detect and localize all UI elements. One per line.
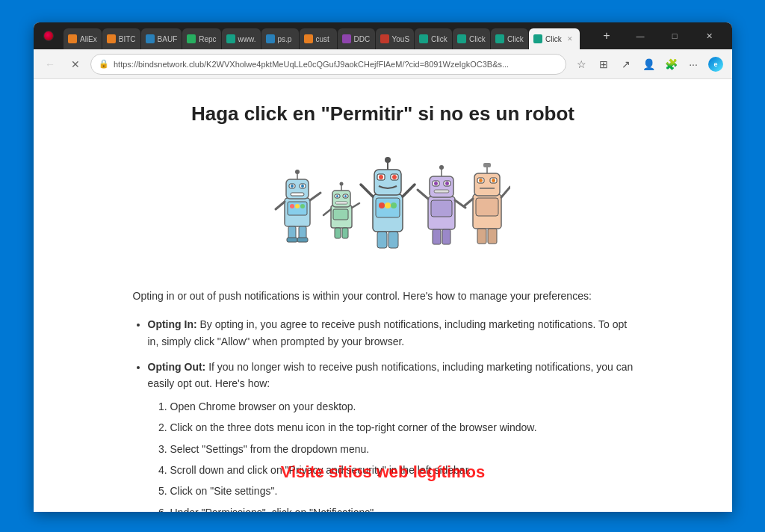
svg-rect-20 — [332, 191, 350, 207]
step-2: Click on the three dots menu icon in the… — [170, 419, 634, 436]
tab-label-t1: AliEx — [80, 35, 97, 43]
svg-rect-71 — [476, 198, 498, 216]
tab-label-t11: Click — [469, 35, 486, 43]
tab-favicon-t12 — [495, 34, 504, 43]
tab-label-t2: BITC — [119, 35, 136, 43]
tab-favicon-t8 — [342, 34, 351, 43]
title-bar: AliEx BITC BAUF Repc www. ps.p — [34, 22, 732, 49]
tab-t4[interactable]: Repc — [182, 28, 220, 49]
tab-label-t7: cust — [316, 35, 329, 43]
more-icon[interactable]: ··· — [683, 54, 704, 75]
tab-t13[interactable]: Click ✕ — [529, 28, 580, 49]
bullet-1-label: Opting In: — [148, 318, 197, 330]
close-button[interactable]: ✕ — [692, 22, 726, 49]
tab-label-t10: Click — [431, 35, 447, 43]
tab-t7[interactable]: cust — [300, 28, 337, 49]
maximize-button[interactable]: □ — [657, 22, 692, 49]
tab-favicon-t10 — [419, 34, 428, 43]
svg-rect-28 — [333, 209, 348, 220]
svg-point-44 — [391, 202, 397, 208]
svg-rect-15 — [287, 238, 297, 242]
step-1: Open Chrome browser on your desktop. — [170, 398, 634, 415]
svg-point-10 — [290, 204, 294, 208]
tab-favicon-t3 — [146, 34, 155, 43]
svg-point-43 — [385, 202, 391, 208]
tab-t10[interactable]: Click — [415, 28, 452, 49]
svg-rect-59 — [433, 229, 441, 244]
svg-point-25 — [336, 195, 338, 197]
tab-t6[interactable]: ps.p — [261, 28, 299, 49]
star-icon[interactable]: ☆ — [571, 54, 592, 75]
svg-rect-72 — [477, 229, 486, 244]
bullet-1-text: By opting in, you agree to receive push … — [148, 318, 628, 347]
svg-line-18 — [276, 202, 285, 209]
svg-point-22 — [339, 182, 343, 185]
url-bar[interactable]: 🔒 https://bindsnetwork.club/K2WVXholwe4p… — [90, 54, 566, 75]
bullet-item-2: Opting Out: If you no longer wish to rec… — [148, 359, 634, 512]
svg-line-62 — [418, 190, 428, 199]
share-icon[interactable]: ↗ — [616, 54, 637, 75]
refresh-button[interactable]: ✕ — [65, 54, 86, 75]
toolbar-icons: ☆ ⊞ ↗ 👤 🧩 ··· e — [571, 54, 726, 75]
tab-favicon-t9 — [380, 34, 389, 43]
svg-rect-50 — [430, 176, 453, 197]
svg-line-17 — [310, 193, 320, 200]
tab-favicon-t13 — [533, 34, 542, 43]
profile-icon[interactable]: 👤 — [638, 54, 659, 75]
svg-rect-34 — [374, 170, 401, 195]
tab-favicon-t5 — [226, 34, 235, 43]
collections-icon[interactable]: ⊞ — [593, 54, 614, 75]
tab-t1[interactable]: AliEx — [64, 28, 102, 49]
tab-favicon-t4 — [187, 34, 196, 43]
svg-point-11 — [295, 204, 300, 208]
page-title: Haga click en "Permitir" si no es un rob… — [133, 102, 634, 127]
robots-svg — [256, 149, 510, 262]
tab-favicon-t6 — [266, 34, 275, 43]
bullet-2-text: If you no longer wish to receive push no… — [148, 361, 634, 389]
svg-line-48 — [361, 185, 373, 197]
browser-window: AliEx BITC BAUF Repc www. ps.p — [34, 22, 732, 512]
tab-t2[interactable]: BITC — [102, 28, 140, 49]
tab-label-t3: BAUF — [158, 35, 178, 43]
svg-point-70 — [492, 179, 495, 182]
svg-point-36 — [385, 157, 391, 163]
tab-label-t5: www. — [238, 35, 256, 43]
tab-label-t6: ps.p — [278, 35, 292, 43]
robots-image — [133, 149, 634, 262]
tab-close-t13[interactable]: ✕ — [565, 34, 575, 44]
svg-line-47 — [403, 185, 415, 197]
tab-label-t13: Click — [545, 35, 562, 43]
svg-point-56 — [445, 182, 449, 185]
svg-point-42 — [379, 202, 385, 208]
tab-t9[interactable]: YouS — [376, 28, 415, 49]
back-button: ← — [40, 54, 61, 75]
tab-favicon-t11 — [457, 34, 466, 43]
svg-line-75 — [464, 199, 473, 206]
tab-strip: AliEx BITC BAUF Repc www. ps.p — [64, 22, 593, 49]
tab-t12[interactable]: Click — [491, 28, 528, 49]
svg-point-3 — [295, 170, 300, 174]
tab-t3[interactable]: BAUF — [141, 28, 182, 49]
tab-t5[interactable]: www. — [222, 28, 261, 49]
svg-rect-29 — [335, 228, 341, 238]
svg-point-26 — [344, 195, 347, 197]
window-controls: — □ ✕ — [623, 22, 726, 49]
page-content[interactable]: Haga click en "Permitir" si no es un rob… — [34, 79, 732, 512]
svg-rect-30 — [342, 228, 348, 238]
tab-favicon-t2 — [107, 34, 116, 43]
url-text: https://bindsnetwork.club/K2WVXholwe4pkt… — [114, 60, 558, 69]
tab-label-t8: DDC — [354, 35, 371, 43]
svg-rect-45 — [377, 232, 387, 248]
new-tab-button[interactable]: + — [596, 25, 617, 46]
extension-icon[interactable]: 🧩 — [660, 54, 681, 75]
intro-text: Opting in or out of push notifications i… — [133, 288, 634, 304]
page-inner: Haga click en "Permitir" si no es un rob… — [103, 79, 663, 512]
step-5: Click on "Site settings". — [170, 483, 634, 499]
tab-t8[interactable]: DDC — [338, 28, 375, 49]
tab-t11[interactable]: Click — [453, 28, 490, 49]
svg-rect-27 — [335, 202, 347, 204]
address-bar: ← ✕ 🔒 https://bindsnetwork.club/K2WVXhol… — [34, 49, 732, 79]
svg-line-31 — [352, 203, 359, 208]
svg-rect-73 — [488, 229, 497, 244]
minimize-button[interactable]: — — [623, 22, 657, 49]
